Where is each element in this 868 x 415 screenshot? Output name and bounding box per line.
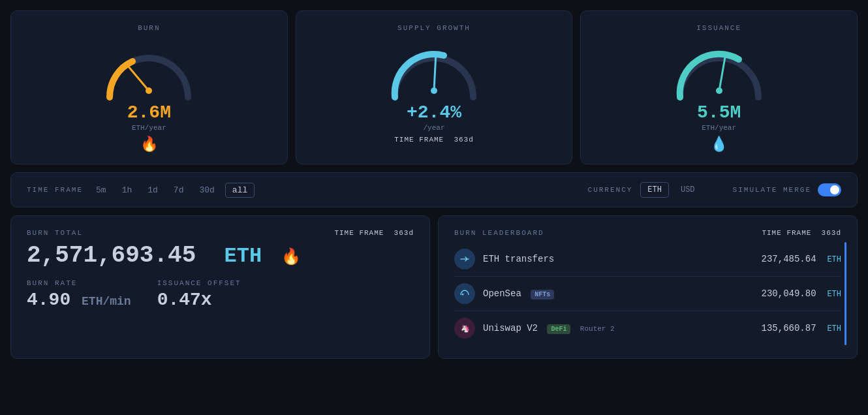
svg-point-5 — [716, 87, 722, 94]
lb-icon-uniswap: 🦄 — [454, 318, 475, 339]
burn-rate-block: BURN RATE 4.90 ETH/min — [27, 279, 131, 310]
burn-total-timeframe: TIME FRAME 363d — [334, 229, 414, 237]
leaderboard-label: BURN LEADERBOARD — [454, 229, 544, 237]
currency-btn-usd[interactable]: USD — [674, 183, 702, 197]
lb-name-opensea: OpenSea NFTs — [483, 288, 762, 299]
supply-gauge-svg — [382, 38, 486, 104]
dashboard: BURN 2.6M ETH/year 🔥 SUPPLY GROWTH — [10, 10, 858, 359]
supply-gauge-unit: /year — [424, 124, 445, 132]
burn-gauge-icon: 🔥 — [140, 136, 158, 153]
issuance-offset-value: 0.47x — [157, 290, 241, 310]
supply-gauge-timeframe: TIME FRAME 363d — [394, 136, 474, 144]
supply-timeframe-value: 363d — [454, 136, 473, 144]
burn-gauge-unit: ETH/year — [132, 124, 166, 132]
lb-badge-defi: DeFi — [547, 324, 570, 334]
supply-gauge-card: SUPPLY GROWTH +2.4% /year TIME FRAME 363… — [296, 10, 573, 164]
leaderboard-header: BURN LEADERBOARD TIME FRAME 363d — [454, 229, 841, 237]
supply-timeframe-label: TIME FRAME — [394, 136, 444, 144]
time-btn-all[interactable]: all — [225, 183, 255, 198]
gauges-row: BURN 2.6M ETH/year 🔥 SUPPLY GROWTH — [10, 10, 858, 164]
currency-label: CURRENCY — [588, 186, 633, 194]
svg-line-0 — [128, 66, 149, 91]
svg-point-1 — [146, 87, 152, 94]
lb-row-opensea: OpenSea NFTs 230,049.80 ETH — [454, 277, 841, 311]
issuance-offset-label: ISSUANCE OFFSET — [157, 279, 241, 287]
burn-total-fire-icon: 🔥 — [281, 249, 301, 266]
lb-sub-uniswap: Router 2 — [580, 325, 615, 333]
issuance-gauge-unit: ETH/year — [702, 124, 736, 132]
lb-tf-label: TIME FRAME — [762, 229, 811, 237]
controls-row: TIME FRAME 5m 1h 1d 7d 30d all CURRENCY … — [10, 172, 858, 208]
scrollbar — [845, 242, 846, 345]
lb-amount-uniswap: 135,660.87 ETH — [762, 323, 841, 333]
issuance-gauge-value: 5.5M — [697, 102, 741, 123]
lb-badge-nft: NFTs — [531, 290, 554, 300]
burn-gauge-title: BURN — [138, 24, 160, 32]
simulate-merge-toggle[interactable] — [818, 183, 841, 196]
burn-total-tf-label: TIME FRAME — [334, 229, 384, 237]
burn-total-header: BURN TOTAL TIME FRAME 363d — [27, 229, 414, 237]
issuance-gauge-icon: 💧 — [710, 136, 728, 153]
burn-rate-label: BURN RATE — [27, 279, 131, 287]
burn-gauge-card: BURN 2.6M ETH/year 🔥 — [10, 10, 288, 164]
lb-amount-opensea: 230,049.80 ETH — [762, 288, 841, 299]
svg-point-3 — [431, 87, 437, 94]
leaderboard-list: ETH transfers 237,485.64 ETH OpenSea NFT… — [454, 242, 841, 345]
time-btn-1d[interactable]: 1d — [142, 183, 163, 198]
issuance-offset-block: ISSUANCE OFFSET 0.47x — [157, 279, 241, 310]
burn-rate-unit: ETH/min — [82, 295, 131, 308]
simulate-merge-label: SIMULATE MERGE — [733, 186, 811, 194]
bottom-row: BURN TOTAL TIME FRAME 363d 2,571,693.45 … — [10, 215, 858, 359]
supply-gauge-value: +2.4% — [407, 102, 461, 123]
burn-gauge-value: 2.6M — [127, 102, 171, 123]
issuance-gauge-svg-container — [667, 38, 771, 97]
simulate-group: SIMULATE MERGE — [733, 183, 841, 196]
lb-tf-value: 363d — [822, 229, 841, 237]
issuance-gauge-card: ISSUANCE 5.5M ETH/year 💧 — [580, 10, 858, 164]
issuance-gauge-title: ISSUANCE — [696, 24, 741, 32]
stats-row: BURN RATE 4.90 ETH/min ISSUANCE OFFSET 0… — [27, 279, 414, 310]
lb-amount-eth-transfers: 237,485.64 ETH — [762, 254, 841, 264]
time-btn-1h[interactable]: 1h — [117, 183, 138, 198]
svg-text:🦄: 🦄 — [461, 324, 470, 333]
burn-total-value: 2,571,693.45 ETH 🔥 — [27, 242, 414, 269]
leaderboard-timeframe: TIME FRAME 363d — [762, 229, 841, 237]
time-btn-30d[interactable]: 30d — [194, 183, 219, 198]
lb-name-uniswap: Uniswap V2 DeFi Router 2 — [483, 323, 762, 333]
svg-point-8 — [462, 294, 464, 296]
currency-btn-eth[interactable]: ETH — [640, 182, 669, 198]
supply-gauge-svg-container — [382, 38, 486, 97]
burn-total-number: 2,571,693.45 — [27, 242, 196, 269]
burn-total-label: BURN TOTAL — [27, 229, 83, 237]
time-btn-7d[interactable]: 7d — [168, 183, 189, 198]
timeframe-label: TIME FRAME — [27, 186, 83, 194]
lb-icon-opensea — [454, 283, 475, 304]
lb-icon-eth-transfers — [454, 249, 475, 269]
lb-row-uniswap: 🦄 Uniswap V2 DeFi Router 2 135,660.87 ET… — [454, 311, 841, 345]
currency-group: CURRENCY ETH USD — [588, 182, 702, 198]
burn-total-tf-value: 363d — [394, 229, 414, 237]
burn-rate-number: 4.90 — [27, 290, 70, 310]
lb-name-eth-transfers: ETH transfers — [483, 254, 762, 264]
burn-gauge-svg — [97, 38, 201, 104]
leaderboard-card: BURN LEADERBOARD TIME FRAME 363d ETH tra… — [438, 215, 858, 359]
supply-gauge-title: SUPPLY GROWTH — [397, 24, 471, 32]
burn-rate-value: 4.90 ETH/min — [27, 290, 131, 310]
burn-total-card: BURN TOTAL TIME FRAME 363d 2,571,693.45 … — [10, 215, 430, 359]
lb-row-eth-transfers: ETH transfers 237,485.64 ETH — [454, 242, 841, 277]
time-btn-5m[interactable]: 5m — [91, 183, 112, 198]
burn-gauge-svg-container — [97, 38, 201, 97]
issuance-gauge-svg — [667, 38, 771, 104]
burn-total-currency: ETH — [224, 244, 262, 268]
